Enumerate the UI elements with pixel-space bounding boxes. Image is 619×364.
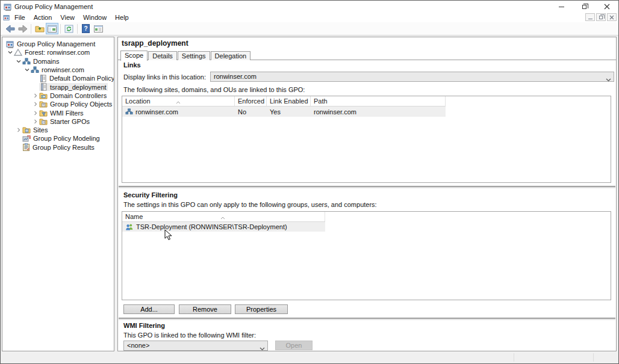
tree-item-label: Group Policy Management bbox=[17, 40, 95, 48]
location-combobox[interactable]: ronwinser.com bbox=[210, 72, 614, 82]
column-header-enforced[interactable]: Enforced bbox=[235, 96, 267, 106]
tree-item-starter-gpos[interactable]: Starter GPOs bbox=[2, 117, 114, 126]
table-row-link[interactable]: ronwinser.com No Yes ronwinser.com bbox=[122, 106, 446, 117]
svg-text:?: ? bbox=[84, 25, 87, 32]
tree-item-sites[interactable]: Sites bbox=[2, 126, 114, 134]
results-icon bbox=[22, 143, 30, 151]
status-separator bbox=[514, 353, 514, 362]
sort-asc-icon bbox=[176, 97, 181, 107]
status-separator bbox=[593, 353, 594, 362]
up-one-level-button[interactable] bbox=[33, 23, 46, 34]
security-filtering-heading: Security Filtering bbox=[123, 191, 178, 199]
window-title: Group Policy Management bbox=[14, 3, 93, 10]
tree-item-tsrapp-deployment[interactable]: tsrapp_deployment bbox=[2, 82, 114, 91]
mouse-cursor bbox=[164, 229, 172, 242]
link-location: ronwinser.com bbox=[135, 108, 178, 116]
security-group-name: TSR-Deployment (RONWINSER\TSR-Deployment… bbox=[136, 223, 287, 230]
tree-expander-collapsed[interactable] bbox=[14, 128, 22, 132]
section-divider bbox=[119, 317, 615, 320]
tree-expander-collapsed[interactable] bbox=[31, 111, 39, 116]
tab-details[interactable]: Details bbox=[148, 51, 177, 60]
modeling-icon bbox=[22, 135, 31, 142]
section-divider bbox=[119, 185, 615, 188]
properties-button[interactable]: Properties bbox=[235, 304, 288, 314]
show-console-tree-button[interactable] bbox=[46, 23, 58, 34]
restore-button[interactable] bbox=[573, 1, 596, 13]
links-table-header: Location Enforced Link Enabled Path bbox=[122, 96, 446, 106]
add-button[interactable]: Add... bbox=[123, 304, 175, 314]
column-header-path[interactable]: Path bbox=[311, 96, 446, 106]
wmi-filter-value: <none> bbox=[127, 342, 149, 349]
remove-button[interactable]: Remove bbox=[179, 304, 231, 314]
menu-file[interactable]: File bbox=[10, 13, 30, 22]
menu-window[interactable]: Window bbox=[79, 13, 111, 22]
minimize-icon bbox=[588, 19, 593, 19]
back-button[interactable] bbox=[4, 23, 16, 34]
menu-action[interactable]: Action bbox=[30, 13, 57, 22]
links-heading: Links bbox=[123, 61, 141, 69]
tree-item-label: Group Policy Objects bbox=[50, 100, 112, 108]
column-header-link-enabled[interactable]: Link Enabled bbox=[267, 96, 311, 106]
child-close-button[interactable] bbox=[607, 13, 617, 21]
help-icon: ? bbox=[82, 24, 90, 33]
security-filtering-description: The settings in this GPO can only apply … bbox=[123, 201, 377, 208]
domain-icon bbox=[31, 66, 39, 73]
tree-item-ronwinser-domain[interactable]: ronwinser.com bbox=[2, 66, 114, 74]
tree-expander-expanded[interactable] bbox=[23, 67, 31, 72]
tree-item-forest[interactable]: Forest: ronwinser.com bbox=[2, 48, 114, 57]
tree-item-domains[interactable]: Domains bbox=[2, 57, 114, 66]
open-button[interactable]: Open bbox=[275, 341, 313, 350]
wmi-filtering-heading: WMI Filtering bbox=[123, 322, 165, 329]
child-minimize-button[interactable] bbox=[585, 13, 595, 21]
tree-expander-expanded[interactable] bbox=[6, 50, 14, 55]
table-row-security-group[interactable]: TSR-Deployment (RONWINSER\TSR-Deployment… bbox=[122, 222, 325, 232]
close-icon bbox=[609, 15, 614, 20]
close-button[interactable] bbox=[596, 1, 618, 13]
tree-expander-collapsed[interactable] bbox=[31, 93, 39, 98]
toolbar-separator bbox=[31, 24, 31, 34]
chevron-down-icon bbox=[606, 75, 611, 84]
security-filtering-table: Name TSR-Deployment (RONWINSER\TSR-Deplo… bbox=[122, 211, 611, 300]
help-button[interactable]: ? bbox=[79, 23, 92, 34]
toolbar-separator bbox=[77, 24, 78, 34]
column-header-location[interactable]: Location bbox=[122, 96, 235, 106]
tab-delegation[interactable]: Delegation bbox=[211, 51, 251, 60]
console-tree-pane: Group Policy Management Forest: ronwinse… bbox=[2, 37, 114, 351]
security-group-icon bbox=[125, 223, 134, 230]
folder-gpo-icon bbox=[39, 100, 48, 108]
refresh-button[interactable] bbox=[63, 23, 75, 34]
tree-item-group-policy-management[interactable]: Group Policy Management bbox=[2, 40, 114, 48]
tree-item-group-policy-modeling[interactable]: Group Policy Modeling bbox=[2, 134, 114, 143]
tree-item-group-policy-results[interactable]: Group Policy Results bbox=[2, 143, 114, 152]
tree-item-wmi-filters[interactable]: WMI Filters bbox=[2, 108, 114, 117]
menu-bar: File Action View Window Help bbox=[1, 13, 618, 22]
menu-help[interactable]: Help bbox=[111, 13, 133, 22]
tree-item-label: Group Policy Modeling bbox=[33, 135, 100, 142]
tree-expander-collapsed[interactable] bbox=[31, 119, 39, 124]
tree-item-default-domain-policy[interactable]: Default Domain Policy bbox=[2, 74, 114, 82]
tree-item-label: Group Policy Results bbox=[33, 144, 95, 151]
child-restore-button[interactable] bbox=[596, 13, 606, 21]
column-header-name[interactable]: Name bbox=[122, 212, 325, 221]
tree-item-label: Forest: ronwinser.com bbox=[25, 49, 90, 56]
forward-button[interactable] bbox=[16, 23, 29, 34]
tab-scope[interactable]: Scope bbox=[120, 51, 148, 61]
minimize-button[interactable] bbox=[550, 1, 573, 13]
tree-item-label: Domain Controllers bbox=[50, 92, 107, 99]
menu-view[interactable]: View bbox=[56, 13, 79, 22]
location-combobox-value: ronwinser.com bbox=[214, 73, 257, 80]
new-window-button[interactable] bbox=[92, 23, 105, 34]
toolbar: ? bbox=[1, 22, 618, 35]
wmi-filter-combobox[interactable]: <none> bbox=[123, 341, 268, 351]
domains-icon bbox=[22, 58, 31, 65]
tree-expander-expanded[interactable] bbox=[14, 59, 22, 64]
tree-item-label: tsrapp_deployment bbox=[50, 84, 107, 91]
link-path: ronwinser.com bbox=[311, 108, 446, 116]
tree-item-domain-controllers[interactable]: Domain Controllers bbox=[2, 91, 114, 100]
tree-item-group-policy-objects[interactable]: Group Policy Objects bbox=[2, 100, 114, 108]
app-icon bbox=[4, 3, 12, 11]
tree-expander-collapsed[interactable] bbox=[31, 102, 39, 106]
status-bar bbox=[1, 351, 618, 363]
folder-dc-icon bbox=[39, 92, 48, 99]
tab-settings[interactable]: Settings bbox=[178, 51, 210, 60]
